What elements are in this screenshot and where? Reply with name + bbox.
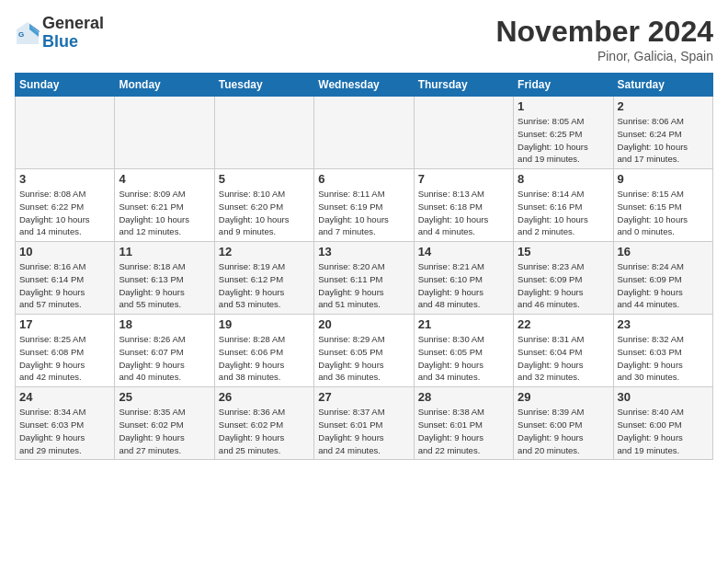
table-row: 3Sunrise: 8:08 AM Sunset: 6:22 PM Daylig…: [16, 169, 115, 242]
table-row: 22Sunrise: 8:31 AM Sunset: 6:04 PM Dayli…: [514, 315, 613, 387]
day-info: Sunrise: 8:20 AM Sunset: 6:11 PM Dayligh…: [318, 260, 409, 311]
table-row: 4Sunrise: 8:09 AM Sunset: 6:21 PM Daylig…: [115, 169, 214, 242]
day-info: Sunrise: 8:06 AM Sunset: 6:24 PM Dayligh…: [618, 115, 709, 166]
table-row: 17Sunrise: 8:25 AM Sunset: 6:08 PM Dayli…: [16, 315, 115, 387]
day-number: 19: [219, 317, 310, 331]
day-info: Sunrise: 8:30 AM Sunset: 6:05 PM Dayligh…: [418, 333, 509, 384]
day-number: 28: [418, 390, 509, 404]
day-number: 29: [518, 390, 609, 404]
table-row: [314, 97, 414, 169]
col-monday: Monday: [115, 74, 214, 97]
day-info: Sunrise: 8:16 AM Sunset: 6:14 PM Dayligh…: [19, 260, 110, 311]
table-row: 9Sunrise: 8:15 AM Sunset: 6:15 PM Daylig…: [613, 169, 712, 242]
day-info: Sunrise: 8:38 AM Sunset: 6:01 PM Dayligh…: [418, 406, 509, 456]
table-row: 26Sunrise: 8:36 AM Sunset: 6:02 PM Dayli…: [214, 387, 313, 460]
table-row: [16, 97, 115, 169]
table-row: 25Sunrise: 8:35 AM Sunset: 6:02 PM Dayli…: [115, 387, 214, 460]
day-info: Sunrise: 8:31 AM Sunset: 6:04 PM Dayligh…: [518, 333, 609, 384]
table-row: 8Sunrise: 8:14 AM Sunset: 6:16 PM Daylig…: [514, 169, 613, 242]
day-number: 9: [618, 172, 709, 186]
day-number: 16: [618, 245, 709, 259]
table-row: 5Sunrise: 8:10 AM Sunset: 6:20 PM Daylig…: [214, 169, 313, 242]
day-info: Sunrise: 8:08 AM Sunset: 6:22 PM Dayligh…: [19, 188, 110, 238]
col-friday: Friday: [514, 74, 613, 97]
table-row: 27Sunrise: 8:37 AM Sunset: 6:01 PM Dayli…: [314, 387, 414, 460]
day-info: Sunrise: 8:14 AM Sunset: 6:16 PM Dayligh…: [518, 188, 609, 238]
header: G General Blue November 2024 Pinor, Gali…: [15, 15, 713, 63]
day-info: Sunrise: 8:19 AM Sunset: 6:12 PM Dayligh…: [219, 260, 310, 311]
day-info: Sunrise: 8:09 AM Sunset: 6:21 PM Dayligh…: [119, 188, 210, 238]
day-info: Sunrise: 8:36 AM Sunset: 6:02 PM Dayligh…: [219, 406, 310, 456]
col-wednesday: Wednesday: [314, 74, 414, 97]
table-row: 30Sunrise: 8:40 AM Sunset: 6:00 PM Dayli…: [613, 387, 712, 460]
logo-line1: General: [42, 14, 104, 32]
table-row: 13Sunrise: 8:20 AM Sunset: 6:11 PM Dayli…: [314, 242, 414, 315]
table-row: [115, 97, 214, 169]
day-number: 30: [618, 390, 709, 404]
day-number: 17: [19, 317, 110, 331]
day-info: Sunrise: 8:05 AM Sunset: 6:25 PM Dayligh…: [518, 115, 609, 166]
col-saturday: Saturday: [613, 74, 712, 97]
svg-text:G: G: [18, 30, 24, 39]
day-info: Sunrise: 8:26 AM Sunset: 6:07 PM Dayligh…: [119, 333, 210, 384]
day-number: 24: [19, 390, 110, 404]
table-row: 20Sunrise: 8:29 AM Sunset: 6:05 PM Dayli…: [314, 315, 414, 387]
table-row: 2Sunrise: 8:06 AM Sunset: 6:24 PM Daylig…: [613, 97, 712, 169]
day-number: 15: [518, 245, 609, 259]
day-number: 13: [318, 245, 409, 259]
table-row: 10Sunrise: 8:16 AM Sunset: 6:14 PM Dayli…: [16, 242, 115, 315]
table-row: 11Sunrise: 8:18 AM Sunset: 6:13 PM Dayli…: [115, 242, 214, 315]
location: Pinor, Galicia, Spain: [495, 49, 713, 63]
table-row: 12Sunrise: 8:19 AM Sunset: 6:12 PM Dayli…: [214, 242, 313, 315]
day-number: 7: [418, 172, 509, 186]
logo: G General Blue: [15, 15, 104, 52]
logo-text: General Blue: [42, 15, 104, 52]
day-number: 11: [119, 245, 210, 259]
day-info: Sunrise: 8:34 AM Sunset: 6:03 PM Dayligh…: [19, 406, 110, 456]
table-row: 7Sunrise: 8:13 AM Sunset: 6:18 PM Daylig…: [414, 169, 513, 242]
day-info: Sunrise: 8:39 AM Sunset: 6:00 PM Dayligh…: [518, 406, 609, 456]
logo-icon: G: [15, 20, 40, 46]
page: G General Blue November 2024 Pinor, Gali…: [0, 0, 728, 563]
day-number: 10: [19, 245, 110, 259]
day-info: Sunrise: 8:40 AM Sunset: 6:00 PM Dayligh…: [618, 406, 709, 456]
table-row: [214, 97, 313, 169]
day-info: Sunrise: 8:13 AM Sunset: 6:18 PM Dayligh…: [418, 188, 509, 238]
day-number: 4: [119, 172, 210, 186]
day-number: 14: [418, 245, 509, 259]
table-row: 6Sunrise: 8:11 AM Sunset: 6:19 PM Daylig…: [314, 169, 414, 242]
table-row: 28Sunrise: 8:38 AM Sunset: 6:01 PM Dayli…: [414, 387, 513, 460]
day-number: 1: [518, 99, 609, 113]
table-row: 21Sunrise: 8:30 AM Sunset: 6:05 PM Dayli…: [414, 315, 513, 387]
day-number: 25: [119, 390, 210, 404]
table-row: 18Sunrise: 8:26 AM Sunset: 6:07 PM Dayli…: [115, 315, 214, 387]
table-row: 23Sunrise: 8:32 AM Sunset: 6:03 PM Dayli…: [613, 315, 712, 387]
day-info: Sunrise: 8:24 AM Sunset: 6:09 PM Dayligh…: [618, 260, 709, 311]
header-row: Sunday Monday Tuesday Wednesday Thursday…: [16, 74, 713, 97]
col-sunday: Sunday: [16, 74, 115, 97]
table-row: 29Sunrise: 8:39 AM Sunset: 6:00 PM Dayli…: [514, 387, 613, 460]
day-number: 2: [618, 99, 709, 113]
day-info: Sunrise: 8:10 AM Sunset: 6:20 PM Dayligh…: [219, 188, 310, 238]
day-number: 12: [219, 245, 310, 259]
day-number: 22: [518, 317, 609, 331]
day-info: Sunrise: 8:29 AM Sunset: 6:05 PM Dayligh…: [318, 333, 409, 384]
day-info: Sunrise: 8:25 AM Sunset: 6:08 PM Dayligh…: [19, 333, 110, 384]
day-number: 23: [618, 317, 709, 331]
col-tuesday: Tuesday: [214, 74, 313, 97]
table-row: 1Sunrise: 8:05 AM Sunset: 6:25 PM Daylig…: [514, 97, 613, 169]
month-title: November 2024: [495, 15, 713, 49]
table-row: 24Sunrise: 8:34 AM Sunset: 6:03 PM Dayli…: [16, 387, 115, 460]
calendar-table: Sunday Monday Tuesday Wednesday Thursday…: [15, 73, 713, 460]
day-number: 26: [219, 390, 310, 404]
day-info: Sunrise: 8:35 AM Sunset: 6:02 PM Dayligh…: [119, 406, 210, 456]
table-row: 15Sunrise: 8:23 AM Sunset: 6:09 PM Dayli…: [514, 242, 613, 315]
day-info: Sunrise: 8:11 AM Sunset: 6:19 PM Dayligh…: [318, 188, 409, 238]
day-info: Sunrise: 8:28 AM Sunset: 6:06 PM Dayligh…: [219, 333, 310, 384]
table-row: [414, 97, 513, 169]
day-number: 3: [19, 172, 110, 186]
day-info: Sunrise: 8:37 AM Sunset: 6:01 PM Dayligh…: [318, 406, 409, 456]
day-number: 21: [418, 317, 509, 331]
col-thursday: Thursday: [414, 74, 513, 97]
day-number: 18: [119, 317, 210, 331]
